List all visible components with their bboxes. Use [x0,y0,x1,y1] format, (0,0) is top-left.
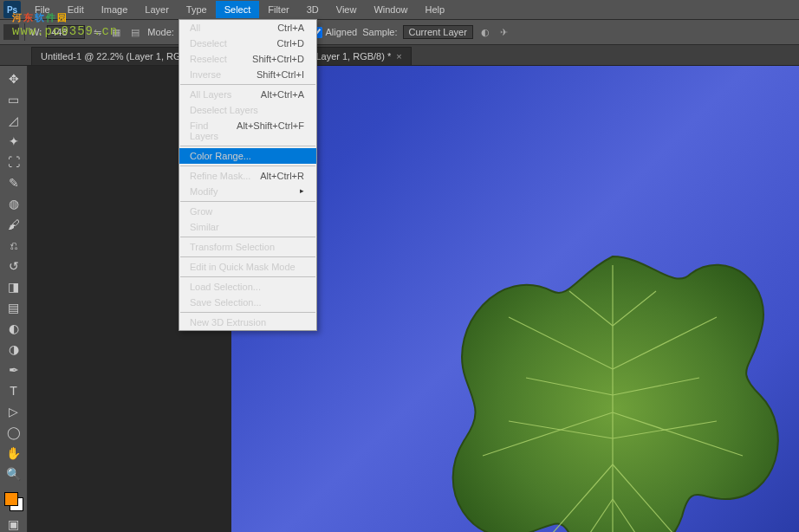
menu-filter[interactable]: Filter [259,1,297,18]
lasso-tool[interactable]: ◿ [3,111,24,130]
menu-view[interactable]: View [328,1,366,18]
menuitem-refine-mask[interactable]: Refine Mask...Alt+Ctrl+R [179,168,316,184]
marquee-tool[interactable]: ▭ [3,90,24,109]
clone-stamp-tool[interactable]: ⎌ [3,236,24,255]
menuitem-transform-selection[interactable]: Transform Selection [179,239,316,255]
menu-help[interactable]: Help [417,1,454,18]
blur-tool[interactable]: ◐ [3,319,24,338]
menu-separator [180,312,315,313]
ellipse-tool[interactable]: ◯ [3,423,24,442]
menuitem-grow[interactable]: Grow [179,204,316,219]
menuitem-label: Deselect Layers [190,105,258,115]
grid2-icon[interactable]: ▤ [128,25,142,39]
zoom-tool[interactable]: 🔍 [3,464,24,483]
submenu-arrow-icon: ▸ [300,186,304,197]
airbrush-icon[interactable]: ✈ [497,25,511,39]
menuitem-label: Load Selection... [190,282,261,292]
menu-separator [180,237,315,237]
menuitem-label: Find Layers [190,120,237,141]
dodge-tool[interactable]: ◑ [3,340,24,359]
menuitem-label: Edit in Quick Mask Mode [190,262,296,272]
doc-tab-label: Untitled-1 @ 22.2% (Layer 1, RGB/8) [41,51,198,62]
aligned-checkbox[interactable]: Aligned [311,27,357,38]
magic-wand-tool[interactable]: ✦ [3,132,24,151]
sample-label: Sample: [362,27,397,37]
path-selection-tool[interactable]: ▷ [3,402,24,421]
menuitem-label: Grow [190,206,212,217]
eraser-tool[interactable]: ◨ [3,277,24,296]
menuitem-reselect[interactable]: ReselectShift+Ctrl+D [179,51,316,67]
tool-preset-icon[interactable] [3,24,19,40]
type-tool[interactable]: T [3,381,24,400]
menuitem-save-selection[interactable]: Save Selection... [179,295,316,310]
menu-select[interactable]: Select [216,1,260,18]
menuitem-label: Reselect [190,54,227,64]
quick-mask-icon[interactable]: ▣ [3,515,24,532]
width-input[interactable]: 448 [47,25,85,39]
mode-label: Mode: [147,27,174,37]
menuitem-shortcut: Alt+Ctrl+R [260,171,304,181]
menu-separator [180,165,315,166]
menuitem-label: Inverse [190,69,221,80]
move-tool[interactable]: ✥ [3,69,24,88]
menu-file[interactable]: File [26,1,59,18]
brush-tool[interactable]: 🖌 [3,215,24,234]
menu-separator [180,276,315,277]
color-swatches[interactable] [3,490,25,513]
app-logo[interactable]: Ps [3,1,21,18]
healing-brush-tool[interactable]: ◍ [3,194,24,213]
menuitem-label: Save Selection... [190,297,262,308]
width-label: W: [30,27,42,37]
menuitem-deselect-layers[interactable]: Deselect Layers [179,102,316,118]
crop-tool[interactable]: ⛶ [3,152,24,172]
menuitem-label: Refine Mask... [190,171,250,181]
menuitem-deselect[interactable]: DeselectCtrl+D [179,36,316,51]
menubar: Ps File Edit Image Layer Type Select Fil… [0,0,799,19]
close-icon[interactable]: × [396,51,401,62]
menuitem-all-layers[interactable]: All LayersAlt+Ctrl+A [179,87,316,102]
menuitem-modify[interactable]: Modify▸ [179,184,316,199]
menuitem-label: Color Range... [190,151,251,161]
menuitem-shortcut: Ctrl+A [277,23,304,33]
menuitem-label: Transform Selection [190,242,275,252]
menuitem-shortcut: Shift+Ctrl+I [257,69,304,80]
pen-tool[interactable]: ✒ [3,360,24,380]
menu-window[interactable]: Window [365,1,416,18]
menu-separator [180,201,315,202]
menuitem-label: All Layers [190,89,231,100]
menu-edit[interactable]: Edit [59,1,93,18]
menuitem-label: Modify [190,186,218,197]
menu-separator [180,84,315,85]
menu-image[interactable]: Image [93,1,137,18]
link-icon[interactable]: ⇋ [90,25,104,39]
tools-panel: ✥ ▭ ◿ ✦ ⛶ ✎ ◍ 🖌 ⎌ ↺ ◨ ▤ ◐ ◑ ✒ T ▷ ◯ ✋ 🔍 … [0,66,28,532]
hand-tool[interactable]: ✋ [3,444,24,463]
foreground-color[interactable] [4,492,18,506]
menu-3d[interactable]: 3D [298,1,328,18]
menuitem-shortcut: Ctrl+D [277,38,304,49]
menuitem-shortcut: Alt+Shift+Ctrl+F [237,120,304,141]
grid-icon[interactable]: ▦ [109,25,123,39]
menuitem-new-3d-extrusion[interactable]: New 3D Extrusion [179,315,316,330]
menu-separator [180,146,315,146]
menu-type[interactable]: Type [178,1,216,18]
pressure-icon[interactable]: ◐ [478,25,492,39]
workspace [28,66,799,532]
gradient-tool[interactable]: ▤ [3,298,24,317]
menuitem-color-range[interactable]: Color Range... [179,148,316,164]
options-bar: W: 448 ⇋ ▦ ▤ Mode: Norm ows: 100% ✂ Alig… [0,19,799,45]
menuitem-all[interactable]: AllCtrl+A [179,20,316,36]
menuitem-similar[interactable]: Similar [179,219,316,235]
history-brush-tool[interactable]: ↺ [3,256,24,276]
menuitem-edit-in-quick-mask-mode[interactable]: Edit in Quick Mask Mode [179,259,316,275]
sample-select[interactable]: Current Layer [403,25,473,39]
menuitem-load-selection[interactable]: Load Selection... [179,279,316,295]
menuitem-label: New 3D Extrusion [190,317,266,328]
menuitem-shortcut: Shift+Ctrl+D [252,54,304,64]
menuitem-find-layers[interactable]: Find LayersAlt+Shift+Ctrl+F [179,118,316,144]
menuitem-shortcut: Alt+Ctrl+A [261,89,304,100]
menuitem-inverse[interactable]: InverseShift+Ctrl+I [179,67,316,82]
menu-layer[interactable]: Layer [136,1,178,18]
eyedropper-tool[interactable]: ✎ [3,173,24,192]
canvas-image-leaf [431,239,795,532]
